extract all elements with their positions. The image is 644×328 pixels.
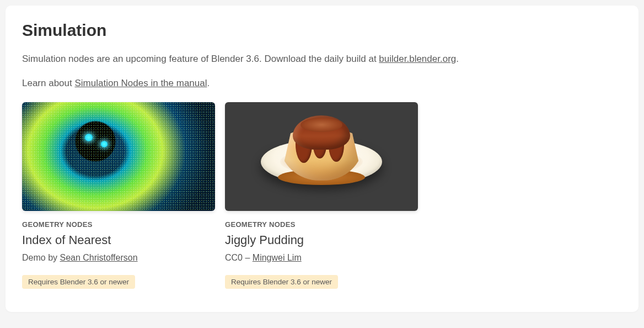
requires-badge: Requires Blender 3.6 or newer — [225, 275, 338, 289]
section-title: Simulation — [22, 21, 622, 40]
byline-pre: Demo by — [22, 253, 60, 262]
demo-thumbnail-jiggly-pudding[interactable] — [225, 102, 418, 211]
author-link[interactable]: Sean Christofferson — [60, 253, 137, 262]
category-label: GEOMETRY NODES — [22, 220, 215, 229]
requires-badge: Requires Blender 3.6 or newer — [22, 275, 135, 289]
category-label: GEOMETRY NODES — [225, 220, 418, 229]
builder-link[interactable]: builder.blender.org — [379, 54, 456, 64]
intro-text-post: . — [456, 54, 459, 64]
learn-paragraph: Learn about Simulation Nodes in the manu… — [22, 76, 622, 91]
byline-pre: CC0 – — [225, 253, 253, 262]
demo-item: GEOMETRY NODES Index of Nearest Demo by … — [22, 102, 215, 289]
manual-link[interactable]: Simulation Nodes in the manual — [74, 78, 207, 88]
simulation-section: Simulation Simulation nodes are an upcom… — [6, 6, 638, 312]
learn-text-pre: Learn about — [22, 78, 74, 88]
intro-text-pre: Simulation nodes are an upcoming feature… — [22, 54, 379, 64]
byline: CC0 – Mingwei Lim — [225, 253, 418, 263]
byline: Demo by Sean Christofferson — [22, 253, 215, 263]
demo-item: GEOMETRY NODES Jiggly Pudding CC0 – Ming… — [225, 102, 418, 289]
demo-grid: GEOMETRY NODES Index of Nearest Demo by … — [22, 102, 622, 289]
pudding-graphic — [280, 115, 363, 181]
particle-eye-icon — [84, 134, 93, 141]
author-link[interactable]: Mingwei Lim — [253, 253, 302, 262]
intro-paragraph: Simulation nodes are an upcoming feature… — [22, 52, 622, 66]
particle-eye-icon — [100, 141, 108, 147]
demo-title: Index of Nearest — [22, 233, 215, 247]
demo-thumbnail-index-of-nearest[interactable] — [22, 102, 215, 211]
demo-title: Jiggly Pudding — [225, 233, 418, 247]
learn-text-post: . — [207, 78, 210, 88]
